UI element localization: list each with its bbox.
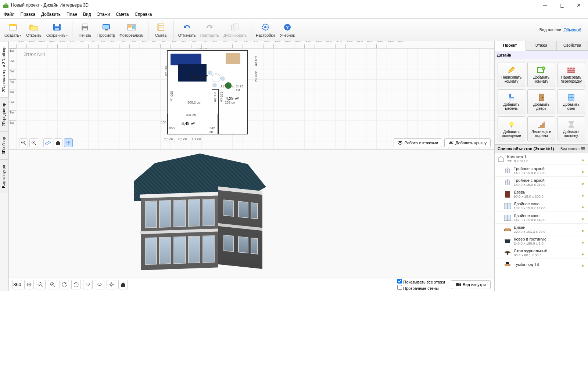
menu-floors[interactable]: Этажи <box>95 11 112 18</box>
zoom-out-icon[interactable] <box>19 138 28 147</box>
save-button[interactable]: Сохранить▾ <box>44 19 70 40</box>
fp-chair[interactable] <box>212 83 217 87</box>
create-button[interactable]: Создать▾ <box>2 19 24 40</box>
svg-marker-1 <box>3 3 8 5</box>
photoreal-button[interactable]: Фотореализм <box>117 19 146 40</box>
fp-chair[interactable] <box>208 71 212 75</box>
house-3d[interactable] <box>141 154 281 271</box>
minimize-button[interactable]: ─ <box>537 0 553 10</box>
side-tab-2d3d[interactable]: 2D-редактор и 3D-обзор <box>0 41 8 97</box>
visibility-icon[interactable]: ● <box>581 240 586 243</box>
svg-rect-14 <box>128 25 132 28</box>
tool-bulb[interactable]: Добавитьосвещение <box>498 116 525 141</box>
zoom-out-3d-icon[interactable] <box>36 280 46 289</box>
room-icon <box>497 155 505 163</box>
tab-properties[interactable]: Свойства <box>557 41 588 50</box>
pan-icon[interactable] <box>24 280 34 289</box>
visibility-icon[interactable]: ● <box>581 158 586 160</box>
tutorial-button[interactable]: ?Учебник <box>277 19 298 40</box>
tool-chair[interactable]: Добавитьмебель <box>498 89 525 114</box>
object-item[interactable]: Ковер в гостиную240.0 x 180.0 x 2.0● <box>495 235 588 247</box>
home-icon[interactable] <box>54 138 62 147</box>
side-tab-3d[interactable]: 3D-обзор <box>0 131 8 159</box>
visibility-icon[interactable]: ● <box>581 263 586 266</box>
area-small: 4,29 м² <box>226 96 239 101</box>
orbit-icon[interactable]: 360 <box>12 280 22 289</box>
menu-view[interactable]: Вид <box>81 11 93 18</box>
object-item[interactable]: Стол журнальный80.4 x 80.1 x 30.3● <box>495 247 588 259</box>
object-item[interactable]: Диван220.0 x 101.3 x 99.9● <box>495 224 588 235</box>
menu-file[interactable]: Файл <box>1 11 17 18</box>
object-item[interactable]: Двойное окно147.0 x 15.0 x 142.0● <box>495 200 588 212</box>
object-item[interactable]: Дверь90.0 x 15.0 x 200.0● <box>495 188 588 200</box>
ruler-icon[interactable] <box>43 138 52 147</box>
rotate-ccw-icon[interactable] <box>60 280 69 289</box>
photoreal-icon <box>126 22 137 32</box>
tool-pencil[interactable]: Нарисоватькомнату <box>498 62 525 87</box>
fp-chair[interactable] <box>220 76 225 81</box>
show-all-floors-checkbox[interactable]: Показывать все этажи <box>397 279 445 284</box>
tool-wall[interactable]: Нарисоватьперегородку <box>557 62 585 87</box>
panel-mode-link[interactable]: Обычный <box>563 28 581 32</box>
zoom-in-3d-icon[interactable] <box>48 280 57 289</box>
menu-edit[interactable]: Правка <box>18 11 38 18</box>
object-item[interactable]: Двойное окно147.0 x 15.0 x 142.0● <box>495 212 588 224</box>
side-tab-inside[interactable]: Вид изнутри <box>0 159 8 193</box>
undo-button[interactable]: Отменить <box>176 19 198 40</box>
object-item[interactable]: Тумба под ТВ● <box>495 259 588 270</box>
rotate-cw-icon[interactable] <box>71 280 81 289</box>
side-tab-2d[interactable]: 2D-редактор <box>0 97 8 131</box>
sun-icon[interactable] <box>107 280 116 289</box>
view-inside-button[interactable]: Вид изнутри <box>451 280 491 289</box>
menu-plan[interactable]: План <box>64 11 79 18</box>
duplicate-button: Дублировать <box>221 19 249 40</box>
close-button[interactable]: ✕ <box>570 0 587 10</box>
open-button[interactable]: Открыть <box>24 19 44 40</box>
home-3d-icon[interactable] <box>118 280 128 289</box>
visibility-icon[interactable]: ● <box>581 228 586 231</box>
tutorial-icon: ? <box>282 22 293 32</box>
add-roof-button[interactable]: + Добавить крышу <box>444 138 491 147</box>
menu-help[interactable]: Справка <box>132 11 154 18</box>
svg-marker-59 <box>121 282 125 287</box>
preview-button[interactable]: Просмотр <box>95 19 117 40</box>
titlebar: Новый проект - Дизайн Интерьера 3D ─ ▢ ✕ <box>0 0 588 10</box>
tool-window[interactable]: Добавитьокно <box>557 89 585 114</box>
visibility-icon[interactable]: ● <box>581 216 586 219</box>
lasso2-icon[interactable] <box>95 280 104 289</box>
fp-side-table[interactable] <box>226 53 240 64</box>
fp-round-table[interactable] <box>212 73 220 82</box>
visibility-icon[interactable]: ● <box>581 169 586 172</box>
work-with-floors-button[interactable]: Работа с этажами <box>394 138 442 147</box>
menu-estimate[interactable]: Смета <box>114 11 131 18</box>
visibility-icon[interactable]: ● <box>581 205 586 207</box>
tool-door[interactable]: Добавитьдверь <box>527 89 555 114</box>
tab-floors[interactable]: Этажи <box>526 41 557 50</box>
object-item[interactable]: Комната 1731.0 x 592.0● <box>495 153 588 165</box>
svg-rect-91 <box>505 191 510 198</box>
snap-icon[interactable] <box>64 138 73 147</box>
floorplan[interactable]: 38,34 м² 731 см 401 см 329 см 497 см 4,2… <box>167 50 248 134</box>
object-list[interactable]: Комната 1731.0 x 592.0●Тройное с аркой14… <box>495 153 588 291</box>
object-item[interactable]: Тройное с аркой140.0 x 15.0 x 239.0● <box>495 177 588 188</box>
transparent-walls-checkbox[interactable]: Прозрачные стены <box>397 285 445 290</box>
canvas-2d[interactable]: 1м2м3м4м5м6м7м8м Этаж №1 38,34 м² 731 см… <box>9 48 494 150</box>
menu-add[interactable]: Добавить <box>39 11 63 18</box>
visibility-icon[interactable]: ● <box>581 193 586 196</box>
object-item[interactable]: Тройное с аркой140.0 x 15.0 x 239.0● <box>495 165 588 177</box>
maximize-button[interactable]: ▢ <box>553 0 570 10</box>
fp-balcony[interactable]: 6,49 м² 484 см 134 853 542 см <box>168 114 218 134</box>
tool-stairs[interactable]: Лестницы ивырезы <box>527 116 555 141</box>
tool-column[interactable]: Добавитьколонну <box>557 116 585 141</box>
view-list-toggle[interactable]: Вид списка <box>560 147 585 151</box>
lasso-icon[interactable] <box>83 280 93 289</box>
visibility-icon[interactable]: ● <box>581 181 586 184</box>
canvas-3d[interactable]: 360 Показывать все этажи Прозрачные стен… <box>9 150 494 291</box>
print-button[interactable]: Печать <box>75 19 95 40</box>
visibility-icon[interactable]: ● <box>581 252 586 255</box>
settings-button[interactable]: Настройки <box>254 19 277 40</box>
zoom-in-icon[interactable] <box>29 138 38 147</box>
tab-project[interactable]: Проект <box>495 41 526 51</box>
estimate-button[interactable]: Смета <box>151 19 171 40</box>
tool-add-room[interactable]: +Добавитькомнату <box>527 62 555 87</box>
